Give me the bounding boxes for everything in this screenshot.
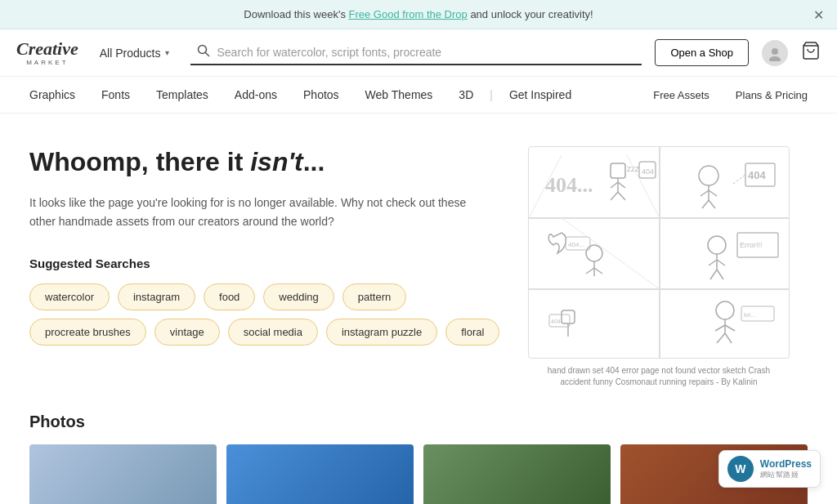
svg-point-27 xyxy=(586,245,602,261)
wp-logo: W xyxy=(727,456,754,482)
photo-item-2[interactable] xyxy=(226,444,414,504)
all-products-label: All Products xyxy=(100,47,161,60)
logo-market: MARKET xyxy=(16,60,78,66)
content-right: 404... zzz 404 xyxy=(520,146,798,388)
tag-watercolor[interactable]: watercolor xyxy=(29,283,110,310)
photo-item-1[interactable] xyxy=(29,444,217,504)
svg-line-23 xyxy=(709,200,715,208)
svg-line-35 xyxy=(709,260,717,265)
illustration-caption: hand drawn set 404 error page not found … xyxy=(536,365,781,388)
illustration-panel: 404... zzz 404 xyxy=(528,146,790,359)
svg-text:404...: 404... xyxy=(545,173,593,197)
svg-rect-9 xyxy=(611,163,625,178)
wp-sub-label: 網站幫路姬 xyxy=(760,470,812,480)
chevron-down-icon: ▾ xyxy=(165,48,169,57)
svg-point-18 xyxy=(699,166,718,185)
svg-point-33 xyxy=(708,236,726,254)
top-banner: Download this week's Free Good from the … xyxy=(0,0,837,29)
svg-line-13 xyxy=(611,192,618,200)
svg-line-20 xyxy=(700,190,709,196)
nav-item-addons[interactable]: Add-ons xyxy=(222,77,290,113)
nav-item-fonts[interactable]: Fonts xyxy=(88,77,143,113)
tag-food[interactable]: food xyxy=(204,283,255,310)
nav-item-web-themes[interactable]: Web Themes xyxy=(352,77,446,113)
svg-text:Error!!!: Error!!! xyxy=(740,241,763,249)
svg-line-37 xyxy=(710,270,717,279)
tags-container: watercolor instagram food wedding patter… xyxy=(29,283,504,346)
svg-line-50 xyxy=(725,333,732,343)
error-title-text: Whoomp, there it xyxy=(29,147,250,176)
wp-label: WordPress xyxy=(760,458,812,470)
logo[interactable]: Creative MARKET xyxy=(16,40,78,66)
svg-text:404...: 404... xyxy=(551,319,566,324)
svg-line-21 xyxy=(709,190,717,196)
svg-line-36 xyxy=(717,260,725,265)
tag-wedding[interactable]: wedding xyxy=(263,283,333,310)
tag-pattern[interactable]: pattern xyxy=(342,283,406,310)
svg-line-22 xyxy=(702,200,709,208)
svg-line-54 xyxy=(627,155,660,218)
svg-line-38 xyxy=(717,270,723,279)
nav-right: Free Assets Plans & Pricing xyxy=(640,78,821,113)
svg-point-3 xyxy=(769,56,781,61)
open-shop-button[interactable]: Open a Shop xyxy=(655,39,749,66)
nav-item-plans-pricing[interactable]: Plans & Pricing xyxy=(723,78,821,113)
wp-letter: W xyxy=(735,462,745,475)
tag-procreate-brushes[interactable]: procreate brushes xyxy=(29,319,146,346)
svg-line-29 xyxy=(586,268,594,274)
svg-line-14 xyxy=(618,192,625,200)
error-title-italic: isn't xyxy=(250,147,303,176)
svg-line-30 xyxy=(594,268,602,274)
banner-close-button[interactable]: ✕ xyxy=(813,7,824,22)
photo-item-3[interactable] xyxy=(423,444,611,504)
tag-instagram-puzzle[interactable]: instagram puzzle xyxy=(326,319,437,346)
wp-badge: W WordPress 網站幫路姬 xyxy=(718,450,821,488)
svg-text:404...: 404... xyxy=(568,241,584,248)
tag-floral[interactable]: floral xyxy=(445,319,499,346)
header: Creative MARKET All Products ▾ Open a Sh… xyxy=(0,29,837,77)
header-right: Open a Shop xyxy=(655,39,821,66)
wp-text: WordPress 網站幫路姬 xyxy=(760,458,812,480)
svg-text:lol...: lol... xyxy=(744,311,756,319)
svg-line-55 xyxy=(562,218,660,289)
svg-point-45 xyxy=(716,301,734,319)
tag-vintage[interactable]: vintage xyxy=(154,319,220,346)
illustration-svg: 404... zzz 404 xyxy=(529,147,790,359)
svg-text:404: 404 xyxy=(748,169,766,181)
nav-item-3d[interactable]: 3D xyxy=(445,77,486,113)
navigation: Graphics Fonts Templates Add-ons Photos … xyxy=(0,77,837,114)
svg-line-1 xyxy=(206,52,209,56)
search-input[interactable] xyxy=(217,46,635,59)
svg-line-26 xyxy=(733,175,745,184)
nav-item-templates[interactable]: Templates xyxy=(143,77,222,113)
tag-social-media[interactable]: social media xyxy=(228,319,318,346)
nav-item-free-assets[interactable]: Free Assets xyxy=(640,78,723,113)
photos-grid xyxy=(29,444,808,504)
error-description: It looks like the page you're looking fo… xyxy=(29,194,471,230)
svg-line-47 xyxy=(715,325,725,331)
svg-point-2 xyxy=(772,48,778,55)
search-bar xyxy=(190,41,642,65)
error-title-ellipsis: ... xyxy=(303,147,325,176)
svg-line-12 xyxy=(618,182,625,188)
tag-instagram[interactable]: instagram xyxy=(118,283,195,310)
nav-item-graphics[interactable]: Graphics xyxy=(16,77,88,113)
banner-text-before: Download this week's xyxy=(244,8,348,20)
svg-line-11 xyxy=(611,182,618,188)
all-products-button[interactable]: All Products ▾ xyxy=(92,42,178,65)
nav-divider: | xyxy=(486,88,496,101)
banner-link[interactable]: Free Good from the Drop xyxy=(349,8,468,20)
error-title: Whoomp, there it isn't... xyxy=(29,146,504,177)
suggested-searches-title: Suggested Searches xyxy=(29,256,504,270)
svg-line-49 xyxy=(717,333,725,343)
search-icon xyxy=(197,44,210,60)
nav-left: Graphics Fonts Templates Add-ons Photos … xyxy=(16,77,640,113)
cart-icon[interactable] xyxy=(801,41,821,65)
avatar[interactable] xyxy=(762,40,788,66)
photos-section-title: Photos xyxy=(29,413,808,431)
nav-item-photos[interactable]: Photos xyxy=(290,77,352,113)
logo-creative: Creative xyxy=(16,40,78,58)
photos-section: Photos xyxy=(0,404,837,504)
nav-item-get-inspired[interactable]: Get Inspired xyxy=(496,77,584,113)
svg-line-48 xyxy=(725,325,735,331)
